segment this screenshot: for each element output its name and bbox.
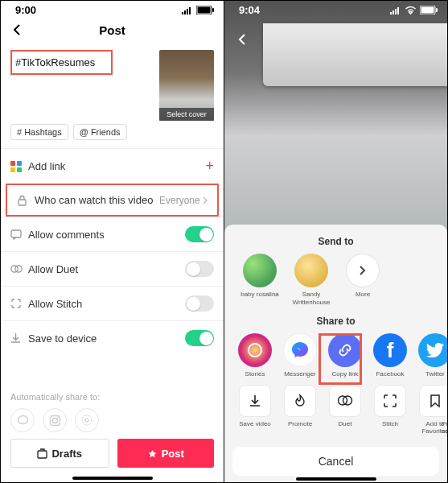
post-icon bbox=[147, 448, 158, 459]
cancel-button[interactable]: Cancel bbox=[232, 447, 439, 476]
duet-row[interactable]: Allow Duet bbox=[1, 251, 224, 286]
svg-rect-11 bbox=[18, 200, 26, 205]
caption-input[interactable]: #TikTokResumes bbox=[10, 50, 153, 121]
chevron-right-icon bbox=[358, 266, 368, 275]
status-bar-right: 9:04 bbox=[224, 1, 447, 16]
contact-1[interactable]: baby rosalina bbox=[237, 254, 282, 299]
svg-rect-29 bbox=[436, 8, 438, 12]
download-icon bbox=[10, 332, 28, 344]
share-twitter[interactable]: Twitter bbox=[413, 333, 447, 378]
autoshare-section: Automatically share to: bbox=[1, 392, 224, 432]
duet-label: Allow Duet bbox=[28, 263, 185, 275]
action-promote[interactable]: Promote bbox=[277, 385, 323, 428]
action-stitch[interactable]: Stitch bbox=[368, 385, 413, 428]
share-sheet: Send to baby rosalina Sandy Writtenhouse… bbox=[224, 225, 447, 482]
svg-point-20 bbox=[85, 419, 88, 422]
privacy-value: Everyone bbox=[159, 195, 200, 206]
svg-rect-5 bbox=[198, 7, 211, 14]
svg-point-26 bbox=[410, 13, 412, 14]
svg-rect-12 bbox=[11, 230, 21, 237]
contacts-row: baby rosalina Sandy Writtenhouse More bbox=[224, 254, 447, 312]
download-icon bbox=[248, 394, 262, 408]
shareto-title: Share to bbox=[224, 316, 447, 327]
stitch-row[interactable]: Allow Stitch bbox=[1, 286, 224, 320]
plus-icon: + bbox=[205, 158, 214, 175]
comments-label: Allow comments bbox=[28, 229, 185, 241]
share-stories[interactable]: Stories bbox=[232, 333, 277, 378]
actions-row: Save video Promote Duet Stitch Add to Fa… bbox=[224, 385, 447, 442]
autoshare-message-icon[interactable] bbox=[10, 408, 35, 432]
save-label: Save to device bbox=[28, 332, 185, 345]
save-toggle[interactable] bbox=[185, 330, 214, 346]
svg-rect-6 bbox=[212, 8, 214, 12]
highlight-copylink bbox=[319, 333, 362, 385]
svg-rect-10 bbox=[17, 167, 22, 172]
share-screen: 9:04 Send to baby rosalina Sandy Written… bbox=[224, 1, 447, 482]
back-icon[interactable] bbox=[10, 23, 23, 36]
privacy-row[interactable]: Who can watch this video Everyone bbox=[7, 185, 217, 215]
duet-icon bbox=[337, 394, 353, 407]
svg-rect-8 bbox=[17, 161, 22, 166]
bookmark-icon bbox=[430, 394, 441, 408]
contact-2[interactable]: Sandy Writtenhouse bbox=[289, 254, 334, 306]
comments-toggle[interactable] bbox=[185, 226, 214, 242]
addlink-label: Add link bbox=[28, 160, 205, 172]
chevron-right-icon bbox=[203, 196, 208, 204]
stitch-icon bbox=[10, 298, 28, 309]
drafts-icon bbox=[37, 448, 47, 459]
privacy-label: Who can watch this video bbox=[35, 194, 159, 206]
lock-icon bbox=[17, 195, 35, 206]
share-messenger[interactable]: Messenger bbox=[277, 333, 323, 378]
stitch-label: Allow Stitch bbox=[28, 298, 185, 310]
autoshare-other-icon[interactable] bbox=[75, 408, 99, 432]
stitch-icon bbox=[383, 394, 397, 408]
status-bar: 9:00 bbox=[1, 1, 224, 16]
svg-rect-22 bbox=[390, 12, 392, 14]
autoshare-label: Automatically share to: bbox=[10, 392, 214, 402]
svg-rect-24 bbox=[395, 9, 397, 14]
duet-icon bbox=[10, 264, 28, 274]
home-indicator-right bbox=[296, 477, 376, 481]
svg-point-15 bbox=[18, 416, 27, 424]
select-cover-label: Select cover bbox=[159, 108, 214, 121]
sendto-title: Send to bbox=[224, 236, 447, 247]
page-title: Post bbox=[99, 23, 125, 37]
addlink-row[interactable]: Add link + bbox=[1, 148, 224, 184]
comments-row[interactable]: Allow comments bbox=[1, 217, 224, 251]
svg-rect-7 bbox=[10, 161, 15, 166]
drafts-button[interactable]: Drafts bbox=[10, 439, 109, 468]
flame-icon bbox=[293, 394, 307, 408]
action-savevideo[interactable]: Save video bbox=[232, 385, 277, 428]
action-duet[interactable]: Duet bbox=[323, 385, 368, 428]
friends-chip[interactable]: @ Friends bbox=[73, 124, 127, 140]
post-button[interactable]: Post bbox=[117, 439, 215, 468]
post-screen: 9:00 Post #TikTokResumes Select cover # … bbox=[1, 1, 224, 482]
status-indicators-right bbox=[390, 6, 438, 14]
svg-rect-9 bbox=[10, 167, 15, 172]
svg-rect-21 bbox=[38, 451, 47, 458]
svg-rect-3 bbox=[189, 7, 191, 14]
hashtags-chip[interactable]: # Hashtags bbox=[10, 124, 68, 140]
autoshare-instagram-icon[interactable] bbox=[43, 408, 67, 432]
status-time-right: 9:04 bbox=[239, 4, 260, 16]
svg-rect-23 bbox=[393, 10, 394, 14]
status-indicators bbox=[182, 6, 214, 14]
post-label: Post bbox=[162, 448, 184, 460]
video-thumbnail[interactable]: Select cover bbox=[159, 50, 214, 121]
duet-toggle[interactable] bbox=[185, 261, 214, 277]
svg-rect-2 bbox=[187, 9, 188, 14]
svg-rect-25 bbox=[397, 7, 399, 14]
share-facebook[interactable]: f Facebook bbox=[368, 333, 413, 378]
header: Post bbox=[1, 16, 224, 43]
drafts-label: Drafts bbox=[51, 448, 82, 460]
stitch-toggle[interactable] bbox=[185, 295, 214, 312]
more-contacts[interactable]: More bbox=[340, 254, 385, 299]
svg-point-18 bbox=[57, 417, 59, 419]
svg-rect-1 bbox=[184, 10, 186, 14]
caption-text: #TikTokResumes bbox=[10, 50, 113, 75]
status-time: 9:00 bbox=[15, 4, 36, 16]
back-icon-right[interactable] bbox=[236, 33, 249, 46]
save-row[interactable]: Save to device bbox=[1, 320, 224, 355]
svg-point-13 bbox=[11, 266, 18, 272]
svg-point-17 bbox=[52, 418, 57, 423]
